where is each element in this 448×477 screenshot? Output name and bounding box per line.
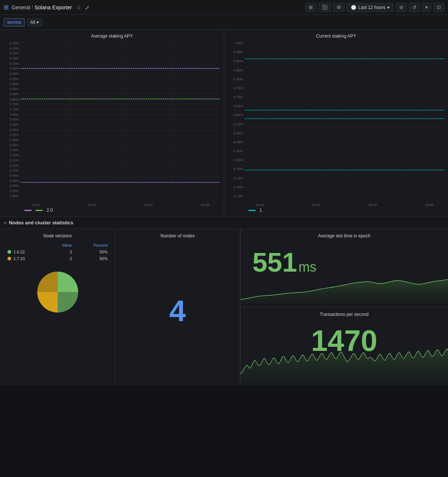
tps-title: Transactions per second <box>245 312 444 317</box>
nav-right: ⊞ ⬛ ⚙ 🕐 Last 12 hours ▾ ⊖ ↺ ▾ ⊡ <box>305 3 444 12</box>
stats-row: Node versions Value Percent 1.6.22 2 50% <box>0 229 448 385</box>
refresh-button[interactable]: ↺ <box>409 3 420 12</box>
legend-left: 2.0 <box>20 208 220 213</box>
filter-dropdown-icon: ▾ <box>36 20 39 25</box>
chevron-down-icon: ∨ <box>4 220 7 225</box>
col-percent: Percent <box>75 242 110 248</box>
gear-icon: ⚙ <box>337 4 341 10</box>
filter-bar: service All ▾ <box>0 15 448 30</box>
version-label-1: 1.6.22 <box>13 250 25 254</box>
add-panel-icon: ⊞ <box>309 4 313 10</box>
legend-purple-line <box>24 210 32 211</box>
time-picker[interactable]: 🕐 Last 12 hours ▾ <box>347 3 394 12</box>
current-staking-apy-panel: Current staking APY 7.00% 6.95% 6.90% 6.… <box>224 30 448 217</box>
left-chart-svg <box>20 42 220 198</box>
legend-value: 2.0 <box>47 208 53 213</box>
version-dot-green <box>7 250 11 254</box>
breadcrumb-current: Solana Exporter <box>35 4 72 10</box>
table-row: 1.7.10 2 50% <box>5 256 110 262</box>
pie-chart <box>35 270 80 314</box>
kiosk-button[interactable]: ⊡ <box>433 3 444 12</box>
x-axis-left: 18:00 21:00 00:00 03:00 <box>20 203 220 207</box>
node-versions-title: Node versions <box>4 233 111 238</box>
slot-time-title: Average slot time in epoch <box>245 233 444 238</box>
legend-cyan-line <box>248 210 256 211</box>
nav-left: ⊞ General / Solana Exporter ☆ ⑇ <box>4 4 89 11</box>
percent-cell-1: 50% <box>75 249 110 255</box>
top-nav: ⊞ General / Solana Exporter ☆ ⑇ ⊞ ⬛ ⚙ 🕐 … <box>0 0 448 15</box>
legend-green-line <box>35 210 43 211</box>
right-chart-svg <box>245 42 444 198</box>
slot-time-panel: Average slot time in epoch 551 ms <box>241 229 448 307</box>
node-versions-table: Value Percent 1.6.22 2 50% 1.7.10 <box>4 241 111 262</box>
current-staking-apy-title: Current staking APY <box>228 33 444 39</box>
y-axis-left: 4.35% 4.30% 4.25% 4.20% 4.15% 4.10% 4.05… <box>4 42 20 198</box>
chevron-down-icon: ▾ <box>425 4 428 10</box>
node-versions-panel: Node versions Value Percent 1.6.22 2 50% <box>0 229 115 385</box>
service-filter-label[interactable]: service <box>4 18 25 26</box>
avg-staking-apy-panel: Average staking APY 4.35% 4.30% 4.25% 4.… <box>0 30 224 217</box>
slot-time-number-row: 551 ms <box>245 241 444 276</box>
breadcrumb: General / Solana Exporter <box>12 4 72 10</box>
table-row: 1.6.22 2 50% <box>5 249 110 255</box>
avg-staking-apy-title: Average staking APY <box>4 33 220 39</box>
legend-item-green <box>35 210 43 211</box>
add-panel-button[interactable]: ⊞ <box>305 3 316 12</box>
slot-time-unit: ms <box>299 259 317 275</box>
legend-right: 1 <box>245 208 444 213</box>
right-column: Average slot time in epoch 551 ms <box>240 229 448 385</box>
nodes-cluster-section-header[interactable]: ∨ Nodes and cluster statistics <box>0 217 448 229</box>
value-cell-2: 2 <box>47 256 74 262</box>
zoom-out-icon: ⊖ <box>399 4 403 10</box>
col-value: Value <box>47 242 74 248</box>
share-icon[interactable]: ⑇ <box>86 4 89 10</box>
star-icon[interactable]: ☆ <box>76 4 81 10</box>
clock-icon: 🕐 <box>351 5 356 10</box>
version-cell-1: 1.6.22 <box>5 249 46 255</box>
chart-row: Average staking APY 4.35% 4.30% 4.25% 4.… <box>0 30 448 217</box>
slot-time-value: 551 <box>252 249 297 276</box>
breadcrumb-parent[interactable]: General <box>12 4 30 10</box>
version-cell-2: 1.7.10 <box>5 256 46 262</box>
legend-item-cyan <box>248 210 256 211</box>
current-staking-apy-graph: 7.00% 6.95% 6.90% 6.85% 6.80% 6.75% 6.70… <box>228 42 444 213</box>
number-of-nodes-title: Number of nodes <box>120 233 235 238</box>
dashboard-icon: ⬛ <box>322 4 328 10</box>
version-dot-yellow <box>7 257 11 260</box>
x-axis-right: 18:00 21:00 00:00 03:00 <box>245 203 444 207</box>
percent-cell-2: 50% <box>75 256 110 262</box>
zoom-out-button[interactable]: ⊖ <box>396 3 407 12</box>
tps-panel: Transactions per second 1470 <box>241 307 448 385</box>
filter-value: All <box>30 20 35 25</box>
kiosk-icon: ⊡ <box>437 4 441 10</box>
slot-time-chart <box>241 273 448 303</box>
col-version <box>5 242 46 248</box>
pie-chart-container <box>4 270 111 314</box>
legend-item-purple <box>24 210 32 211</box>
avg-staking-apy-graph: 4.35% 4.30% 4.25% 4.20% 4.15% 4.10% 4.05… <box>4 42 220 213</box>
breadcrumb-separator: / <box>32 4 33 10</box>
legend-right-value: 1 <box>260 208 262 213</box>
value-cell-1: 2 <box>47 249 74 255</box>
service-filter-select[interactable]: All ▾ <box>27 18 42 26</box>
settings-button[interactable]: ⚙ <box>333 3 344 12</box>
chevron-down-icon: ▾ <box>387 5 390 10</box>
refresh-icon: ↺ <box>412 4 416 10</box>
dashboard-manage-button[interactable]: ⬛ <box>318 3 331 12</box>
refresh-dropdown-button[interactable]: ▾ <box>422 3 431 12</box>
version-label-2: 1.7.10 <box>13 256 25 261</box>
time-label: Last 12 hours <box>358 5 385 10</box>
section-title: Nodes and cluster statistics <box>9 220 73 225</box>
grid-icon[interactable]: ⊞ <box>4 4 9 11</box>
tps-chart <box>241 340 448 385</box>
y-axis-right: 7.00% 6.95% 6.90% 6.85% 6.80% 6.75% 6.70… <box>228 42 245 198</box>
nodes-count-panel: Number of nodes 4 <box>115 229 240 385</box>
nodes-count-value: 4 <box>120 241 235 381</box>
